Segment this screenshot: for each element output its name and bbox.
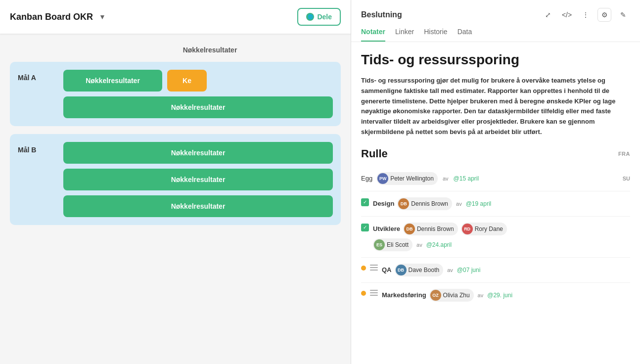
peter-date: @15 april [454,175,479,182]
globe-icon: 🌐 [306,13,314,21]
kanban-content: Nøkkelresultater Mål A Nøkkelresultater … [0,34,351,364]
design-date: @19 april [466,200,492,207]
top-bar: Kanban Board OKR ▼ 🌐 Dele [0,0,351,34]
dennis-design-chip[interactable]: DB Dennis Brown [397,197,452,210]
group-b-label: Mål B [18,142,57,154]
card-nøkkelresultater-3[interactable]: Nøkkelresultater [63,142,333,164]
utv-date: @24.april [426,241,452,248]
section-title: Rulle [361,147,388,160]
beslutning-title: Beslutning [361,10,402,19]
filter-icon[interactable]: ⚙ [597,8,611,22]
utviklere-checkbox[interactable]: ✓ [361,224,369,231]
dennis-utv-chip[interactable]: DB Dennis Brown [403,223,458,235]
markedsforing-dot [361,291,366,296]
tabs: Notater Linker Historie Data [361,28,630,42]
eli-chip[interactable]: ES Eli Scott [373,238,412,251]
olivia-chip[interactable]: OZ Olivia Zhu [429,289,474,302]
card-nøkkelresultater-4[interactable]: Nøkkelresultater [63,169,333,190]
utviklere-label: Utviklere [373,225,400,232]
description-text: Tids- og ressurssporing gjør det mulig f… [361,76,630,137]
qa-date: @07 juni [457,267,481,273]
design-label: Design [373,200,394,207]
kanban-group-a: Mål A Nøkkelresultater Ke Nøkkelresultat… [10,62,341,126]
peter-chip[interactable]: PW Peter Wellington [376,172,438,185]
tab-notater[interactable]: Notater [361,28,385,42]
group-a-label: Mål A [18,70,57,82]
card-ke[interactable]: Ke [167,70,207,91]
egg-row: Egg PW Peter Wellington av @15 april SU [361,168,630,189]
right-panel: Beslutning ⤢ </> ⋮ ⚙ ✎ Notater Linker Hi… [351,0,640,364]
utviklere-row: ✓ Utviklere DB Dennis Brown RD Rory Dane [361,219,630,255]
markedsforing-list-icon [370,289,378,297]
eli-avatar: ES [374,239,385,250]
markedsforing-date: @29. juni [487,292,512,299]
dave-avatar: DB [396,265,407,275]
cards-column-a: Nøkkelresultater Ke Nøkkelresultater [63,70,333,118]
dennis-utv-avatar: DB [404,224,415,234]
cards-column-b: Nøkkelresultater Nøkkelresultater Nøkkel… [63,142,333,217]
tab-data[interactable]: Data [457,28,472,42]
design-checkbox[interactable]: ✓ [361,198,369,206]
dennis-design-avatar: DB [398,198,409,209]
qa-row: QA DB Dave Booth av @07 juni [361,260,630,280]
column-header-label: Nøkkelresultater [79,42,341,62]
card-nøkkelresultater-5[interactable]: Nøkkelresultater [63,195,333,217]
right-header-top: Beslutning ⤢ </> ⋮ ⚙ ✎ [361,8,630,22]
kanban-group-b: Mål B Nøkkelresultater Nøkkelresultater … [10,134,341,225]
card-nøkkelresultater-1[interactable]: Nøkkelresultater [63,70,162,91]
dropdown-arrow-icon[interactable]: ▼ [99,13,106,21]
rory-avatar: RD [462,224,473,234]
peter-avatar: PW [377,173,388,184]
more-icon[interactable]: ⋮ [579,8,593,22]
board-title: Kanban Board OKR [10,12,93,22]
expand-icon[interactable]: ⤢ [541,8,555,22]
right-body: Tids- og ressurssporing Tids- og ressurs… [351,42,640,364]
header-icons: ⤢ </> ⋮ ⚙ ✎ [541,8,630,22]
egg-label: Egg [361,175,372,182]
page-title: Tids- og ressurssporing [361,52,630,68]
right-header: Beslutning ⤢ </> ⋮ ⚙ ✎ Notater Linker Hi… [351,0,640,42]
fra-badge: FRA [618,151,630,157]
tab-historie[interactable]: Historie [424,28,447,42]
card-nøkkelresultater-2[interactable]: Nøkkelresultater [63,96,333,118]
su-badge: SU [623,176,630,182]
qa-list-icon [370,264,378,272]
olivia-avatar: OZ [430,290,441,301]
markedsforing-label: Markedsføring [382,291,426,299]
cards-row-1: Nøkkelresultater Ke [63,70,333,91]
role-list: Egg PW Peter Wellington av @15 april SU … [361,168,630,306]
qa-label: QA [382,266,392,273]
design-row: ✓ Design DB Dennis Brown av @19 april [361,193,630,214]
code-icon[interactable]: </> [560,8,574,22]
markedsforing-row: Markedsføring OZ Olivia Zhu av @29. juni [361,285,630,306]
share-button[interactable]: 🌐 Dele [297,8,341,26]
rory-chip[interactable]: RD Rory Dane [461,223,507,235]
left-panel: Kanban Board OKR ▼ 🌐 Dele Nøkkelresultat… [0,0,351,364]
qa-dot [361,266,366,271]
tab-linker[interactable]: Linker [395,28,414,42]
section-header: Rulle FRA [361,147,630,160]
dave-chip[interactable]: DB Dave Booth [395,264,444,276]
edit-icon[interactable]: ✎ [616,8,630,22]
